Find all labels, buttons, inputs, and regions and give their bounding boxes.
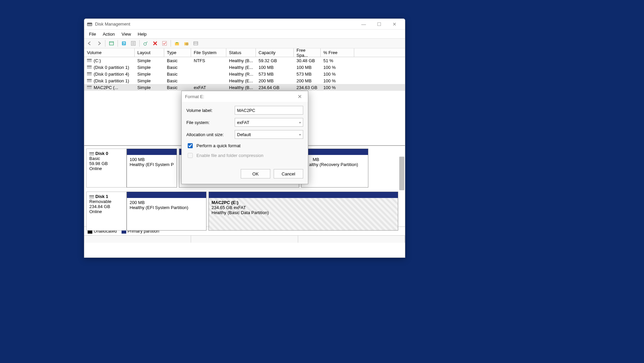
file-system-label: File system: <box>186 120 235 125</box>
close-button[interactable]: ✕ <box>387 19 402 29</box>
disk-icon <box>89 195 94 199</box>
back-button[interactable] <box>86 39 94 47</box>
delete-icon[interactable] <box>151 39 159 47</box>
window-title: Disk Management <box>95 22 356 27</box>
col-volume[interactable]: Volume <box>84 48 135 57</box>
volume-row[interactable]: MAC2PC (...SimpleBasicexFATHealthy (B...… <box>84 84 405 91</box>
cancel-button[interactable]: Cancel <box>274 169 303 178</box>
forward-button[interactable] <box>95 39 103 47</box>
partition-box[interactable]: MAC2PC (E:)234.65 GB exFATHealthy (Basic… <box>209 192 398 231</box>
folder-search-icon[interactable] <box>182 39 190 47</box>
disk-label: Disk 1Removable234.84 GBOnline <box>86 192 127 231</box>
quick-format-checkbox[interactable] <box>188 143 193 148</box>
list-icon[interactable] <box>192 39 200 47</box>
statusbar <box>84 235 405 243</box>
maximize-button[interactable]: ☐ <box>371 19 387 29</box>
menu-file[interactable]: File <box>86 31 99 37</box>
volume-label-input[interactable] <box>235 106 303 115</box>
svg-point-10 <box>144 43 146 45</box>
menu-action[interactable]: Action <box>100 31 118 37</box>
col-pctfree[interactable]: % Free <box>321 48 354 57</box>
check-icon[interactable] <box>160 39 169 47</box>
quick-format-label: Perform a quick format <box>196 143 241 148</box>
col-freespace[interactable]: Free Spa... <box>294 48 321 57</box>
menubar: File Action View Help <box>84 30 405 38</box>
col-status[interactable]: Status <box>226 48 256 57</box>
toolbar: ? <box>84 38 405 48</box>
menu-view[interactable]: View <box>119 31 134 37</box>
svg-rect-1 <box>87 23 92 24</box>
disk-icon <box>89 152 94 156</box>
minimize-button[interactable]: — <box>356 19 371 29</box>
folder-up-icon[interactable] <box>173 39 181 47</box>
volume-list-header: Volume Layout Type File System Status Ca… <box>84 48 405 57</box>
col-filesystem[interactable]: File System <box>191 48 226 57</box>
disk-icon <box>87 79 92 82</box>
menu-help[interactable]: Help <box>135 31 149 37</box>
chevron-down-icon: ▾ <box>299 121 301 124</box>
app-icon <box>87 22 92 27</box>
chevron-down-icon: ▾ <box>299 133 301 136</box>
col-type[interactable]: Type <box>164 48 191 57</box>
attach-icon[interactable] <box>142 39 150 47</box>
disk-label: Disk 0Basic59.98 GBOnline <box>86 149 127 188</box>
allocation-unit-label: Allocation unit size: <box>186 132 235 137</box>
volume-row[interactable]: (Disk 0 partition 4)SimpleBasicHealthy (… <box>84 71 405 77</box>
svg-text:?: ? <box>123 41 125 45</box>
disk-icon <box>87 59 92 62</box>
partition-box[interactable]: 200 MBHealthy (EFI System Partition) <box>127 192 206 231</box>
vertical-scrollbar[interactable] <box>399 157 404 190</box>
dialog-close-button[interactable]: ✕ <box>294 93 305 100</box>
volume-row[interactable]: (Disk 0 partition 1)SimpleBasicHealthy (… <box>84 64 405 71</box>
allocation-unit-select[interactable]: Default▾ <box>235 130 303 139</box>
col-capacity[interactable]: Capacity <box>256 48 294 57</box>
dialog-titlebar: Format E: ✕ <box>182 91 308 102</box>
disk-row: Disk 1Removable234.84 GBOnline200 MBHeal… <box>86 192 403 231</box>
disk-icon <box>87 66 92 69</box>
titlebar: Disk Management — ☐ ✕ <box>84 19 405 30</box>
dialog-title: Format E: <box>185 94 204 99</box>
file-system-select[interactable]: exFAT▾ <box>235 118 303 127</box>
svg-rect-16 <box>194 42 198 45</box>
refresh-icon[interactable] <box>107 39 116 47</box>
partition-box[interactable]: 100 MBHealthy (EFI System P <box>127 149 177 188</box>
svg-rect-12 <box>163 41 167 45</box>
help-icon[interactable]: ? <box>120 39 128 47</box>
compression-label: Enable file and folder compression <box>196 153 263 158</box>
properties-icon[interactable] <box>129 39 137 47</box>
ok-button[interactable]: OK <box>241 169 270 178</box>
svg-line-11 <box>146 42 147 43</box>
format-dialog: Format E: ✕ Volume label: File system: e… <box>181 91 308 184</box>
volume-row[interactable]: (C:)SimpleBasicNTFSHealthy (B...59.32 GB… <box>84 57 405 64</box>
partition-box[interactable]: MB althy (Recovery Partition) <box>301 149 368 188</box>
volume-label-label: Volume label: <box>186 108 235 113</box>
volume-row[interactable]: (Disk 1 partition 1)SimpleBasicHealthy (… <box>84 77 405 84</box>
col-layout[interactable]: Layout <box>135 48 164 57</box>
disk-icon <box>87 86 92 89</box>
compression-checkbox <box>188 153 193 158</box>
disk-icon <box>87 72 92 76</box>
svg-rect-2 <box>109 42 113 45</box>
